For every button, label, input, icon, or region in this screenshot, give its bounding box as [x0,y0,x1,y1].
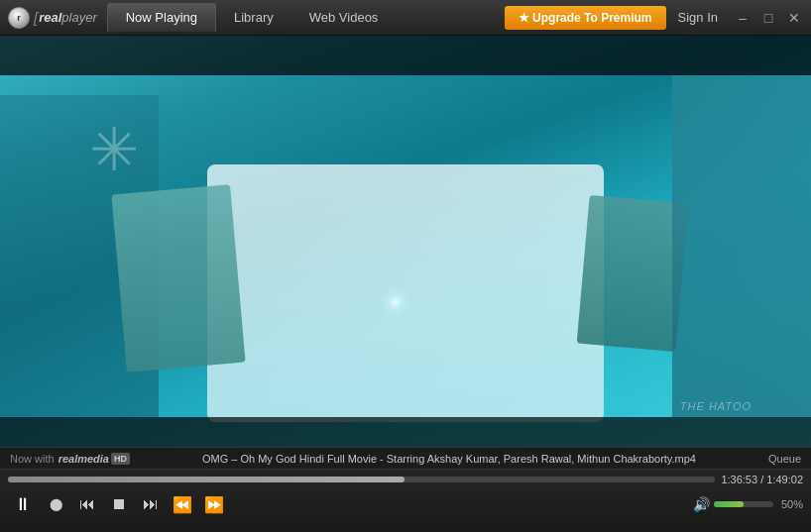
upgrade-button[interactable]: ★ Upgrade To Premium [505,6,666,30]
close-button[interactable]: ✕ [785,10,803,26]
logo-real: real [39,10,61,25]
volume-percentage: 50% [781,498,803,510]
titlebar: r [ real player Now Playing Library Web … [0,0,811,36]
minimize-button[interactable]: – [734,10,752,26]
star-decoration: ✳ [89,115,139,184]
realmedia-logo: realmedia HD [58,453,130,465]
figure-right [672,75,811,417]
signin-button[interactable]: Sign In [678,10,718,25]
arm-left [111,184,245,372]
body-figure [207,164,604,422]
logo-bracket: [ [34,9,38,26]
fastforward-button[interactable]: ⏩ [200,490,228,518]
window-controls: – □ ✕ [734,10,803,26]
progress-row: 1:36:53 / 1:49:02 [8,474,803,485]
glow-element [390,296,402,308]
seek-bar[interactable] [8,477,715,482]
time-total: 1:49:02 [766,474,803,485]
hd-badge: HD [111,453,130,465]
video-area[interactable]: ✳ THE HATOO [0,36,811,447]
next-button[interactable]: ⏭ [137,490,165,518]
prev-button[interactable]: ⏮ [73,490,101,518]
now-with-text: Now with [10,453,55,465]
video-scene: ✳ THE HATOO [0,36,811,447]
realplayer-icon: r [8,7,30,29]
queue-button[interactable]: Queue [768,453,801,465]
nav-tabs: Now Playing Library Web Videos [107,3,505,32]
volume-area: 🔊 50% [693,496,803,512]
progress-fill [8,477,405,482]
control-bar: 1:36:53 / 1:49:02 ⏸ ⬤ ⏮ ⏹ ⏭ ⏪ ⏩ 🔊 50% [0,469,811,532]
maximize-button[interactable]: □ [759,10,777,26]
status-bar: Now with realmedia HD OMG – Oh My God Hi… [0,447,811,469]
video-watermark: THE HATOO [680,400,752,412]
play-pause-button[interactable]: ⏸ [8,489,38,519]
tab-library[interactable]: Library [216,3,291,32]
rewind-button[interactable]: ⏪ [169,490,196,518]
volume-fill [714,501,744,507]
stop-button[interactable]: ⏹ [105,490,133,518]
volume-icon[interactable]: 🔊 [693,496,710,512]
tab-now-playing[interactable]: Now Playing [107,3,216,32]
tab-web-videos[interactable]: Web Videos [291,3,397,32]
file-name: OMG – Oh My God Hindi Full Movie - Starr… [138,453,760,465]
time-current: 1:36:53 [721,474,757,485]
realmedia-text: realmedia [58,453,109,465]
volume-slider[interactable] [714,501,773,507]
buttons-row: ⏸ ⬤ ⏮ ⏹ ⏭ ⏪ ⏩ 🔊 50% [8,489,803,519]
now-with-label: Now with realmedia HD [10,453,130,465]
record-button[interactable]: ⬤ [42,490,69,518]
time-display: 1:36:53 / 1:49:02 [721,474,803,485]
video-frame: ✳ THE HATOO [0,36,811,447]
logo-player: player [61,10,96,25]
app-logo: r [ real player [8,7,97,29]
